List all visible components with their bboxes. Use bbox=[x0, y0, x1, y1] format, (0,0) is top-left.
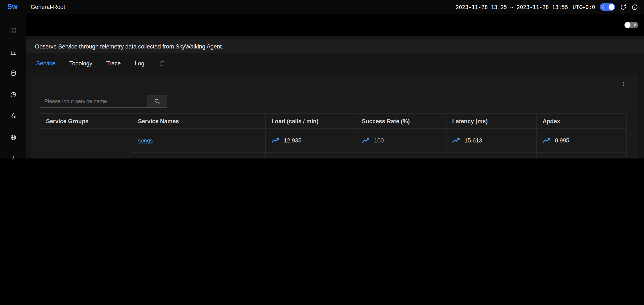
globe-icon bbox=[10, 134, 17, 141]
sidebar-item-pie[interactable] bbox=[0, 84, 26, 105]
tab-bar: Service Topology Trace Log bbox=[26, 53, 644, 74]
service-table: Service Groups Service Names Load (calls… bbox=[40, 114, 627, 158]
tab-service[interactable]: Service bbox=[36, 60, 55, 67]
search-button[interactable] bbox=[148, 95, 167, 108]
col-apdex: Apdex bbox=[536, 114, 626, 128]
sidebar: Sw ⚙ bbox=[0, 14, 26, 158]
search-bar bbox=[40, 95, 627, 108]
tab-topology[interactable]: Topology bbox=[69, 60, 92, 67]
sidebar-item-cluster[interactable] bbox=[0, 105, 26, 126]
tab-log[interactable]: Log bbox=[135, 60, 144, 67]
refresh-button[interactable] bbox=[620, 4, 627, 10]
success-value: 100 bbox=[374, 137, 384, 144]
service-mesh-icon bbox=[10, 155, 17, 158]
skywalking-app: Sw General-Root 2023-11-28 13:25 ~ 2023-… bbox=[0, 0, 644, 158]
apdex-value: 0.995 bbox=[555, 137, 569, 144]
apps-icon bbox=[10, 27, 17, 34]
service-group-cell: agent bbox=[40, 128, 132, 158]
table-row: agent songs 12.935 100 15.613 0.995 bbox=[40, 128, 627, 152]
database-icon bbox=[10, 70, 17, 77]
topbar-actions: 2023-11-28 13:25 ~ 2023-11-28 13:55 UTC+… bbox=[456, 3, 638, 11]
info-button[interactable] bbox=[631, 4, 638, 10]
time-range-picker[interactable]: 2023-11-28 13:25 ~ 2023-11-28 13:55 bbox=[456, 4, 568, 10]
panel-header bbox=[40, 78, 627, 90]
col-load: Load (calls / min) bbox=[266, 114, 356, 128]
view-mode-toggle[interactable]: V bbox=[624, 22, 638, 28]
trend-icon bbox=[542, 138, 551, 143]
load-value: 12.935 bbox=[284, 137, 301, 144]
kebab-menu-icon[interactable] bbox=[620, 81, 627, 87]
utc-offset[interactable]: UTC+0:0 bbox=[573, 4, 595, 10]
sidebar-item-browser[interactable] bbox=[0, 126, 26, 148]
tab-trace[interactable]: Trace bbox=[106, 60, 121, 67]
skywalking-logo[interactable]: Sw bbox=[8, 3, 18, 11]
service-list-panel: Service Groups Service Names Load (calls… bbox=[31, 74, 638, 158]
sidebar-item-database[interactable] bbox=[0, 62, 26, 84]
view-mode-label: V bbox=[634, 22, 636, 28]
dashboard-toolbar: V bbox=[26, 14, 644, 36]
dark-mode-toggle[interactable]: ☾ bbox=[600, 3, 615, 11]
toggle-knob bbox=[609, 4, 614, 10]
main-content: V Observe Service through telemetry data… bbox=[26, 14, 644, 158]
cluster-icon bbox=[10, 112, 17, 120]
search-icon bbox=[154, 98, 160, 104]
search-input[interactable] bbox=[40, 95, 148, 108]
description-banner: Observe Service through telemetry data c… bbox=[26, 40, 644, 53]
sidebar-item-metrics[interactable] bbox=[0, 41, 26, 62]
col-success-rate: Success Rate (%) bbox=[356, 114, 446, 128]
topbar: Sw General-Root 2023-11-28 13:25 ~ 2023-… bbox=[0, 0, 644, 14]
moon-icon: ☾ bbox=[602, 4, 606, 10]
trend-icon bbox=[272, 138, 280, 143]
service-link[interactable]: songs bbox=[138, 138, 153, 144]
col-latency: Latency (ms) bbox=[446, 114, 536, 128]
dashboard-title: General-Root bbox=[30, 4, 65, 10]
trend-icon bbox=[452, 138, 460, 143]
toggle-knob bbox=[625, 22, 630, 28]
copy-tab-button[interactable] bbox=[159, 60, 165, 66]
table-header-row: Service Groups Service Names Load (calls… bbox=[40, 114, 627, 128]
sidebar-item-apps[interactable] bbox=[0, 20, 26, 41]
latency-value: 15.613 bbox=[464, 137, 482, 144]
col-service-groups: Service Groups bbox=[40, 114, 132, 128]
bar-chart-icon bbox=[10, 48, 17, 55]
pie-chart-icon bbox=[10, 91, 17, 98]
col-service-names: Service Names bbox=[132, 114, 266, 128]
trend-icon bbox=[362, 138, 370, 143]
description-text: Observe Service through telemetry data c… bbox=[35, 43, 223, 50]
sidebar-item-service-mesh[interactable] bbox=[0, 148, 26, 158]
